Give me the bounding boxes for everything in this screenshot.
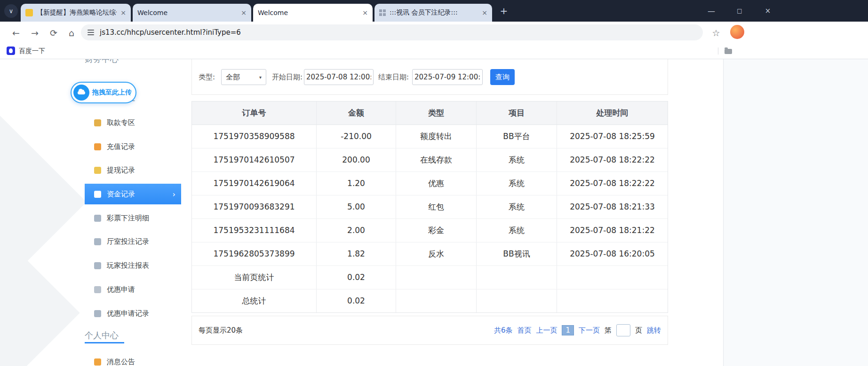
bookmark-baidu[interactable]: 百度一下 — [19, 47, 45, 55]
tab-forum[interactable]: 【新提醒】海燕策略论坛综合交 × — [21, 4, 131, 22]
tab-close-icon[interactable]: × — [482, 9, 487, 16]
processed-time-cell — [557, 266, 668, 289]
sidebar-item-funds-records[interactable]: 资金记录 › — [85, 184, 181, 204]
tab-label: :::视讯 会员下注纪录::: — [390, 8, 478, 17]
sidebar-item-promo-apply[interactable]: 优惠申请 — [85, 279, 181, 300]
url-text[interactable]: js13.cc/hhcp/usercenter.html?iniType=6 — [100, 28, 241, 37]
start-date-input[interactable] — [304, 69, 374, 85]
type-cell: 在线存款 — [396, 148, 477, 171]
table-header-cell: 项目 — [477, 101, 557, 125]
back-button[interactable]: ← — [8, 25, 24, 40]
type-cell: 优惠 — [396, 172, 477, 195]
sidebar-item-promo-apply-records[interactable]: 优惠申请记录 — [85, 303, 181, 324]
site-info-icon[interactable] — [88, 28, 94, 37]
drag-upload-overlay[interactable]: 拖拽至此上传 — [71, 82, 136, 103]
profile-avatar[interactable] — [730, 25, 744, 39]
processed-time-cell: 2025-07-08 18:25:59 — [557, 125, 668, 148]
table-row: 1751962805373899 1.82 反水 BB视讯 2025-07-08… — [192, 242, 668, 266]
amount-cell: 0.02 — [317, 289, 396, 312]
amount-cell: 1.82 — [317, 242, 396, 265]
total-count-text: 共6条 — [494, 326, 513, 335]
other-bookmarks-folder-icon[interactable] — [725, 49, 732, 54]
type-select[interactable]: 全部 ▾ — [221, 69, 266, 85]
next-page-link[interactable]: 下一页 — [579, 326, 600, 335]
sidebar-item-lottery-bet-detail[interactable]: 彩票下注明细 — [85, 208, 181, 228]
chevron-right-icon: › — [173, 190, 175, 199]
maximize-button[interactable]: □ — [729, 0, 750, 22]
type-select-value: 全部 — [226, 73, 240, 82]
tab-close-icon[interactable]: × — [362, 9, 368, 16]
sidebar-section-finance: 财务中心 — [85, 59, 119, 65]
sidebar-item-player-bet-report[interactable]: 玩家投注报表 — [85, 255, 181, 276]
type-cell — [396, 266, 477, 289]
tab-close-icon[interactable]: × — [120, 9, 126, 16]
tab-welcome-active[interactable]: Welcome × — [253, 4, 373, 22]
tab-label: Welcome — [258, 9, 358, 16]
table-header-row: 订单号金额类型项目处理时间 — [192, 101, 668, 125]
table-header-cell: 订单号 — [192, 101, 317, 125]
minimize-button[interactable]: — — [701, 0, 722, 22]
order-number-cell: 1751970093683291 — [192, 195, 317, 218]
order-number-cell: 1751970358909588 — [192, 125, 317, 148]
jump-page-input[interactable] — [616, 324, 630, 336]
bookmark-star-button[interactable]: ☆ — [709, 25, 724, 40]
hall-bet-icon — [94, 238, 101, 245]
sidebar-section-personal: 个人中心 — [85, 330, 119, 341]
order-number-cell: 总统计 — [192, 289, 317, 312]
new-tab-button[interactable]: + — [497, 4, 511, 18]
tab-search-button[interactable]: ∨ — [4, 4, 18, 18]
bookmarks-separator — [718, 47, 718, 55]
home-button[interactable]: ⌂ — [64, 25, 79, 40]
order-number-cell: 1751953231111684 — [192, 219, 317, 242]
sidebar-item-withdrawal-records[interactable]: 提现记录 — [85, 160, 181, 180]
amount-cell: 1.20 — [317, 172, 396, 195]
back-icon: ← — [12, 28, 20, 38]
table-row: 1751970358909588 -210.00 额度转出 BB平台 2025-… — [192, 125, 668, 148]
sidebar-item-withdraw-area[interactable]: 取款专区 — [85, 112, 181, 133]
upload-circle — [73, 85, 89, 101]
project-cell: 系统 — [477, 172, 557, 195]
project-cell: BB平台 — [477, 125, 557, 148]
jump-button[interactable]: 跳转 — [647, 326, 661, 335]
grid-favicon-icon — [379, 9, 386, 16]
current-page-badge[interactable]: 1 — [562, 325, 574, 335]
withdraw-icon — [94, 119, 101, 126]
tab-welcome-1[interactable]: Welcome × — [133, 4, 251, 22]
window-close-button[interactable]: × — [757, 0, 779, 22]
sidebar-item-announcements[interactable]: 消息公告 — [85, 351, 181, 366]
tab-close-icon[interactable]: × — [241, 9, 247, 16]
address-bar[interactable]: js13.cc/hhcp/usercenter.html?iniType=6 — [81, 24, 703, 40]
table-row: 当前页统计 0.02 — [192, 266, 668, 289]
sidebar-item-hall-bet-records[interactable]: 厅室投注记录 — [85, 231, 181, 252]
table-row: 1751953231111684 2.00 彩金 系统 2025-07-08 1… — [192, 219, 668, 242]
search-button[interactable]: 查询 — [490, 69, 515, 85]
tab-label: Welcome — [137, 9, 237, 16]
sidebar-item-recharge-records[interactable]: 充值记录 — [85, 136, 181, 157]
pagination-panel: 每页显示20条 共6条 首页 上一页 1 下一页 第 页 跳转 — [191, 316, 668, 345]
table-row: 1751970142619064 1.20 优惠 系统 2025-07-08 1… — [192, 172, 668, 195]
close-icon: × — [765, 7, 771, 15]
baidu-favicon-icon[interactable] — [7, 47, 15, 55]
table-row: 1751970142610507 200.00 在线存款 系统 2025-07-… — [192, 148, 668, 172]
amount-cell: 0.02 — [317, 266, 396, 289]
section-underline — [85, 342, 124, 343]
forward-button[interactable]: → — [27, 25, 42, 40]
start-date-label: 开始日期: — [272, 69, 303, 85]
end-date-input[interactable] — [412, 69, 483, 85]
first-page-link[interactable]: 首页 — [517, 326, 531, 335]
project-cell — [477, 266, 557, 289]
chevron-down-icon: ∨ — [9, 8, 14, 15]
reload-button[interactable]: ⟳ — [46, 25, 61, 40]
forward-icon: → — [31, 28, 39, 38]
project-cell: 系统 — [477, 148, 557, 171]
page-content: 财务中心 存款专区 取款专区 充值记录 提现记录 资金记录 › 彩票下注明细 — [0, 59, 868, 366]
funds-table: 订单号金额类型项目处理时间 1751970358909588 -210.00 额… — [191, 101, 668, 313]
prev-page-link[interactable]: 上一页 — [536, 326, 557, 335]
reload-icon: ⟳ — [50, 28, 57, 38]
order-number-cell: 1751970142610507 — [192, 148, 317, 171]
forum-favicon-icon — [25, 9, 33, 16]
tab-video-records[interactable]: :::视讯 会员下注纪录::: × — [374, 4, 492, 22]
maximize-icon: □ — [737, 8, 742, 14]
upload-hint-text: 拖拽至此上传 — [92, 88, 132, 97]
processed-time-cell: 2025-07-08 18:22:22 — [557, 148, 668, 171]
